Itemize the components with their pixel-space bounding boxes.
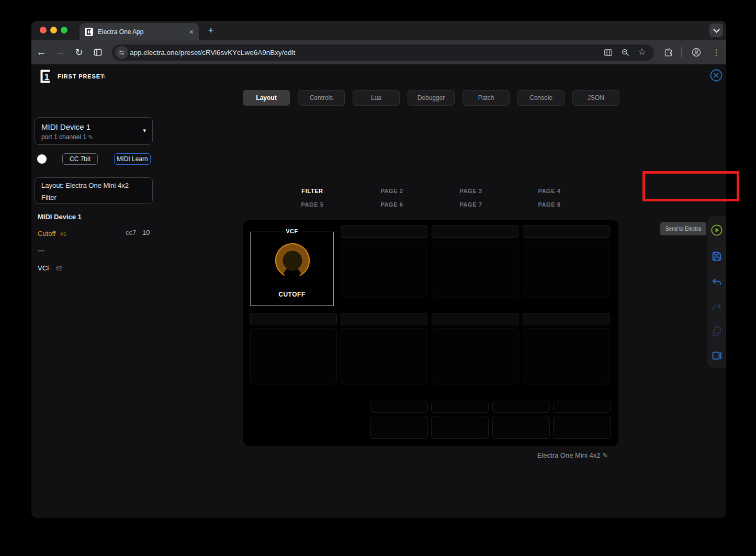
page-tab-4[interactable]: PAGE 4: [538, 188, 560, 194]
traffic-light-zoom[interactable]: [61, 27, 67, 33]
page-tab-filter[interactable]: FILTER: [301, 188, 323, 194]
tab-search-button[interactable]: [709, 24, 723, 37]
midi-icon[interactable]: [601, 46, 615, 59]
traffic-light-minimize[interactable]: [50, 27, 57, 33]
forward-button[interactable]: →: [53, 46, 67, 59]
hw-button-zone[interactable]: [370, 416, 428, 439]
site-settings-icon[interactable]: [115, 46, 128, 59]
right-toolbar: [707, 216, 726, 368]
hw-button-zone[interactable]: [431, 401, 489, 413]
device-selector-detail: port 1 channel 1: [41, 133, 86, 141]
send-to-electra-tooltip: Send to Electra: [660, 222, 706, 235]
layout-info-layout: Layout: Electra One Mini 4x2: [41, 181, 129, 189]
preset-name: FIRST PRESET: [58, 73, 105, 80]
empty-slot-header[interactable]: [523, 313, 610, 325]
close-tab-icon[interactable]: ×: [189, 28, 194, 36]
vcf-control-group[interactable]: VCF CUTOFF: [250, 232, 334, 306]
url-text[interactable]: app.electra.one/preset/cRVi6svKYcLwe6A9n…: [130, 44, 295, 61]
empty-slot-body[interactable]: [341, 328, 427, 384]
color-swatch[interactable]: [37, 154, 47, 164]
hw-button-zone[interactable]: [553, 416, 611, 439]
close-editor-button[interactable]: [709, 69, 723, 82]
empty-slot-header[interactable]: [341, 225, 427, 238]
device-selector-name: MIDI Device 1: [41, 122, 91, 131]
layout-canvas: VCF CUTOFF: [243, 220, 618, 446]
app-content: 1 FIRST PRESET ✎ Layout Controls Lua Deb…: [31, 64, 726, 518]
page-tab-7[interactable]: PAGE 7: [459, 201, 482, 208]
new-tab-button[interactable]: +: [205, 25, 217, 36]
profile-avatar-icon[interactable]: [690, 46, 703, 59]
control-name: Cutoff: [38, 230, 55, 237]
tab-strip: 1 Electra One App × +: [31, 21, 726, 40]
device-selector-arrow-icon: ▾: [143, 127, 146, 134]
extensions-icon[interactable]: [661, 46, 675, 59]
empty-slot-body[interactable]: [523, 241, 610, 298]
side-panel-button[interactable]: [91, 46, 105, 59]
nav-tab-controls[interactable]: Controls: [298, 90, 345, 106]
redo-button[interactable]: [710, 301, 723, 314]
hw-button-zone[interactable]: [492, 416, 550, 439]
reload-button[interactable]: ↻: [72, 46, 86, 59]
empty-slot-body[interactable]: [250, 328, 337, 384]
sidebar-device-heading: MIDI Device 1: [38, 213, 82, 221]
empty-slot-header[interactable]: [250, 313, 337, 325]
empty-slot-body[interactable]: [341, 241, 427, 298]
empty-slot-body[interactable]: [432, 241, 518, 298]
empty-slot-body[interactable]: [523, 328, 610, 384]
control-list-item-cutoff[interactable]: Cutoff #1 cc7 10: [38, 229, 149, 238]
nav-tab-debugger[interactable]: Debugger: [408, 90, 455, 106]
edit-device-label-icon[interactable]: ✎: [602, 451, 608, 459]
cc-mode-button[interactable]: CC 7bit: [62, 153, 98, 165]
empty-slot-header[interactable]: [523, 225, 610, 238]
page-tab-5[interactable]: PAGE 5: [301, 201, 323, 208]
cutoff-label: CUTOFF: [251, 291, 333, 298]
annotation-highlight-rect: [642, 171, 739, 201]
empty-slot-header[interactable]: [432, 225, 518, 238]
midi-learn-button[interactable]: MIDI Learn: [114, 153, 151, 165]
edit-preset-name-icon[interactable]: ✎: [100, 72, 106, 80]
back-button[interactable]: ←: [35, 46, 48, 59]
zoom-out-icon[interactable]: [618, 46, 632, 59]
bookmark-star-icon[interactable]: ☆: [635, 45, 649, 59]
control-parameter: 10: [142, 229, 150, 236]
tab-title: Electra One App: [98, 28, 189, 36]
hw-button-zone[interactable]: [492, 401, 550, 413]
svg-text:1: 1: [88, 29, 91, 35]
empty-slot-header[interactable]: [341, 313, 427, 325]
paste-button[interactable]: [710, 325, 723, 338]
layout-info-box: Layout: Electra One Mini 4x2 Filter: [35, 177, 153, 204]
device-label-row: Electra One Mini 4x2 ✎: [471, 451, 608, 459]
browser-tab[interactable]: 1 Electra One App ×: [80, 23, 199, 40]
save-button[interactable]: [710, 250, 723, 263]
control-list-item-vcf[interactable]: VCF #2: [38, 263, 149, 273]
browser-menu-icon[interactable]: ⋮: [709, 46, 723, 59]
device-selector[interactable]: MIDI Device 1 port 1 channel 1 ✎ ▾: [35, 117, 153, 145]
empty-slot-body[interactable]: [432, 328, 518, 384]
hw-button-zone[interactable]: [431, 416, 489, 439]
nav-tab-layout[interactable]: Layout: [243, 90, 290, 106]
undo-button[interactable]: [710, 276, 723, 289]
control-list-separator: —: [38, 246, 44, 254]
nav-tab-patch[interactable]: Patch: [462, 90, 510, 106]
empty-slot-header[interactable]: [432, 313, 518, 325]
editor-nav: Layout Controls Lua Debugger Patch Conso…: [243, 90, 619, 106]
device-label: Electra One Mini 4x2: [537, 451, 601, 459]
hw-button-zone[interactable]: [370, 401, 428, 413]
send-to-electra-button[interactable]: [710, 224, 723, 236]
control-message: cc7: [126, 229, 136, 236]
nav-tab-console[interactable]: Console: [517, 90, 565, 106]
page-tab-2[interactable]: PAGE 2: [380, 188, 403, 194]
panel-toggle-button[interactable]: [710, 349, 723, 362]
group-name: VCF: [38, 264, 51, 272]
edit-device-icon[interactable]: ✎: [88, 134, 93, 140]
cutoff-knob[interactable]: [272, 240, 313, 281]
page-tab-6[interactable]: PAGE 6: [380, 201, 403, 208]
group-id: #2: [55, 265, 62, 271]
nav-tab-lua[interactable]: Lua: [353, 90, 400, 106]
page-tab-8[interactable]: PAGE 8: [538, 201, 560, 208]
nav-tab-json[interactable]: JSON: [572, 90, 619, 106]
traffic-light-close[interactable]: [40, 27, 47, 33]
hw-button-zone[interactable]: [553, 401, 611, 413]
page-tab-3[interactable]: PAGE 3: [459, 188, 482, 194]
svg-text:1: 1: [44, 72, 49, 82]
